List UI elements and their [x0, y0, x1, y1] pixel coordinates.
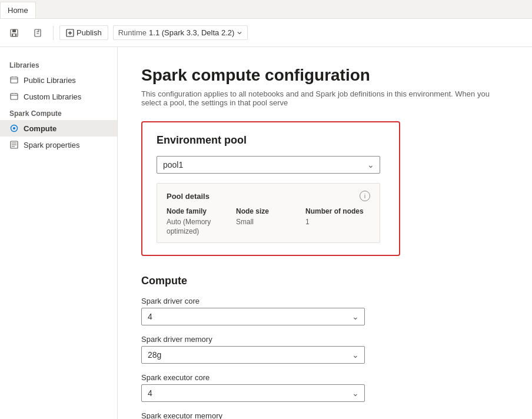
num-nodes-label: Number of nodes	[305, 207, 370, 215]
spark-properties-label: Spark properties	[24, 141, 79, 149]
export-icon	[33, 28, 42, 38]
pool-details-box: Pool details i Node family Auto (Memory …	[157, 183, 380, 243]
sidebar-item-public-libraries[interactable]: Public Libraries	[0, 72, 117, 88]
export-button[interactable]	[28, 24, 47, 42]
driver-memory-field: Spark driver memory 7g14g28g56g	[141, 335, 365, 364]
runtime-version: 1.1 (Spark 3.3, Delta 2.2)	[149, 28, 234, 37]
custom-libraries-label: Custom Libraries	[24, 92, 81, 101]
compute-icon	[9, 124, 19, 133]
executor-core-select[interactable]: 124816	[141, 384, 365, 402]
content-area: Spark compute configuration This configu…	[118, 47, 532, 419]
save-icon	[9, 28, 19, 38]
runtime-label: Runtime	[118, 28, 147, 37]
compute-label: Compute	[24, 124, 56, 133]
save-button[interactable]	[5, 24, 24, 42]
spark-compute-section-label: Spark Compute	[0, 105, 117, 120]
driver-core-field: Spark driver core 124816	[141, 297, 365, 325]
sidebar: Libraries Public Libraries Custom Librar…	[0, 47, 118, 419]
env-pool-section-title: Environment pool	[157, 134, 385, 147]
main-layout: Libraries Public Libraries Custom Librar…	[0, 47, 532, 419]
toolbar-divider	[53, 26, 54, 40]
sidebar-item-spark-properties[interactable]: Spark properties	[0, 137, 117, 153]
executor-core-select-wrapper: 124816	[141, 384, 365, 402]
pool-details-grid: Node family Auto (Memory optimized) Node…	[167, 207, 370, 235]
executor-core-label: Spark executor core	[141, 373, 365, 382]
node-family-value: Auto (Memory optimized)	[167, 218, 211, 235]
node-size-value: Small	[236, 218, 254, 226]
svg-rect-7	[11, 94, 18, 99]
page-title: Spark compute configuration	[141, 66, 508, 85]
page-description: This configuration applies to all notebo…	[141, 89, 508, 107]
svg-point-9	[13, 127, 15, 129]
tab-home[interactable]: Home	[0, 2, 36, 18]
publish-icon	[66, 29, 74, 37]
num-nodes-col: Number of nodes 1	[305, 207, 370, 235]
compute-section-title: Compute	[141, 275, 508, 287]
driver-memory-select[interactable]: 7g14g28g56g	[141, 346, 365, 364]
pool-dropdown-wrapper: pool1 pool2 pool3	[157, 156, 380, 174]
environment-pool-box: Environment pool pool1 pool2 pool3 Pool …	[141, 121, 400, 256]
public-libraries-label: Public Libraries	[24, 76, 76, 85]
runtime-chevron-icon	[237, 30, 242, 36]
driver-memory-label: Spark driver memory	[141, 335, 365, 344]
public-libraries-icon	[9, 75, 19, 85]
pool-dropdown[interactable]: pool1 pool2 pool3	[157, 156, 380, 174]
publish-button[interactable]: Publish	[59, 25, 108, 40]
executor-core-field: Spark executor core 124816	[141, 373, 365, 402]
executor-memory-field: Spark executor memory 7g14g28g56g	[141, 411, 365, 419]
sidebar-item-custom-libraries[interactable]: Custom Libraries	[0, 88, 117, 105]
node-size-label: Node size	[236, 207, 301, 215]
pool-details-title: Pool details	[167, 192, 210, 201]
tab-bar: Home	[0, 0, 532, 19]
libraries-section-label: Libraries	[0, 56, 117, 72]
node-family-col: Node family Auto (Memory optimized)	[167, 207, 231, 235]
custom-libraries-icon	[9, 92, 19, 101]
pool-details-header: Pool details i	[167, 191, 370, 201]
svg-rect-4	[35, 29, 41, 36]
runtime-dropdown[interactable]: Runtime 1.1 (Spark 3.3, Delta 2.2)	[113, 25, 248, 40]
compute-section: Compute Spark driver core 124816 Spark d…	[141, 275, 508, 419]
driver-core-select[interactable]: 124816	[141, 308, 365, 325]
svg-rect-6	[11, 77, 18, 83]
driver-memory-select-wrapper: 7g14g28g56g	[141, 346, 365, 364]
node-family-label: Node family	[167, 207, 231, 215]
info-icon[interactable]: i	[360, 191, 370, 201]
svg-rect-1	[12, 29, 16, 32]
publish-label: Publish	[77, 28, 102, 37]
sidebar-item-compute[interactable]: Compute	[0, 120, 117, 137]
num-nodes-value: 1	[305, 218, 310, 226]
node-size-col: Node size Small	[236, 207, 301, 235]
tab-home-label: Home	[8, 6, 28, 15]
svg-rect-3	[13, 34, 15, 36]
driver-core-label: Spark driver core	[141, 297, 365, 305]
executor-memory-label: Spark executor memory	[141, 411, 365, 419]
driver-core-select-wrapper: 124816	[141, 308, 365, 325]
spark-properties-icon	[9, 140, 19, 149]
toolbar: Publish Runtime 1.1 (Spark 3.3, Delta 2.…	[0, 19, 532, 47]
